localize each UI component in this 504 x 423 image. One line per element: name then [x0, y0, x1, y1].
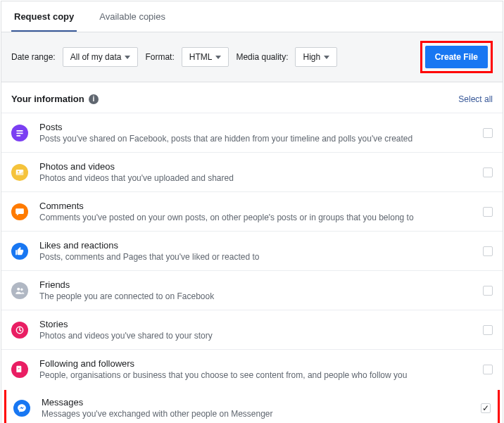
friends-icon — [11, 282, 28, 299]
item-body: Photos and videos Photos and videos that… — [39, 161, 474, 183]
tabs: Request copy Available copies — [1, 1, 503, 32]
media-quality-label: Media quality: — [236, 52, 288, 62]
list-item[interactable]: Messages Messages you've exchanged with … — [4, 390, 500, 423]
item-title: Comments — [39, 201, 474, 211]
item-desc: Posts, comments and Pages that you've li… — [39, 252, 474, 262]
photos-icon — [11, 164, 28, 181]
item-checkbox[interactable] — [483, 325, 493, 335]
media-quality-value: High — [303, 52, 320, 62]
item-body: Likes and reactions Posts, comments and … — [39, 240, 474, 262]
item-checkbox[interactable] — [481, 403, 491, 413]
item-title: Stories — [39, 319, 474, 329]
caret-icon — [125, 56, 130, 59]
svg-rect-2 — [16, 134, 20, 136]
item-desc: Posts you've shared on Facebook, posts t… — [39, 134, 474, 144]
svg-rect-0 — [16, 130, 23, 131]
item-title: Messages — [42, 397, 472, 408]
items-list: Posts Posts you've shared on Facebook, p… — [1, 113, 503, 423]
item-body: Messages Messages you've exchanged with … — [42, 397, 472, 419]
format-label: Format: — [145, 52, 174, 62]
list-item[interactable]: Following and followers People, organisa… — [1, 349, 503, 389]
item-checkbox[interactable] — [483, 286, 493, 296]
section-header: Your information i Select all — [1, 82, 503, 113]
svg-point-6 — [20, 288, 23, 290]
item-checkbox[interactable] — [483, 246, 493, 256]
item-desc: Photos and videos you've shared to your … — [39, 331, 474, 341]
item-body: Posts Posts you've shared on Facebook, p… — [39, 122, 474, 144]
format-value: HTML — [189, 52, 213, 62]
comments-icon — [11, 203, 28, 220]
svg-point-5 — [17, 287, 20, 290]
caret-icon — [324, 56, 329, 59]
format-dropdown[interactable]: HTML — [182, 47, 229, 67]
media-quality-dropdown[interactable]: High — [295, 47, 337, 67]
caret-icon — [215, 56, 221, 59]
item-desc: Comments you've posted on your own posts… — [39, 213, 474, 222]
item-checkbox[interactable] — [483, 168, 493, 177]
item-checkbox[interactable] — [483, 365, 493, 374]
create-file-highlight: Create File — [420, 41, 493, 73]
tab-request-copy[interactable]: Request copy — [11, 1, 77, 32]
following-icon — [11, 361, 28, 378]
list-item[interactable]: Comments Comments you've posted on your … — [1, 191, 503, 231]
list-item[interactable]: Friends The people you are connected to … — [1, 270, 503, 310]
item-title: Likes and reactions — [39, 240, 474, 251]
list-item[interactable]: Stories Photos and videos you've shared … — [1, 310, 503, 349]
item-desc: People, organisations or business that y… — [39, 370, 474, 380]
item-checkbox[interactable] — [483, 128, 493, 138]
select-all-link[interactable]: Select all — [458, 94, 493, 104]
item-checkbox[interactable] — [483, 207, 493, 217]
item-desc: Photos and videos that you've uploaded a… — [39, 173, 474, 183]
list-item[interactable]: Photos and videos Photos and videos that… — [1, 152, 503, 191]
info-icon[interactable]: i — [89, 94, 99, 104]
item-title: Photos and videos — [39, 161, 474, 172]
date-range-label: Date range: — [11, 52, 56, 62]
posts-icon — [11, 125, 28, 141]
create-file-button[interactable]: Create File — [425, 46, 488, 68]
like-icon — [11, 243, 28, 260]
list-item[interactable]: Likes and reactions Posts, comments and … — [1, 231, 503, 270]
item-body: Stories Photos and videos you've shared … — [39, 319, 474, 341]
item-body: Following and followers People, organisa… — [39, 358, 474, 380]
item-title: Friends — [39, 279, 474, 290]
date-range-value: All of my data — [70, 52, 122, 62]
item-body: Friends The people you are connected to … — [39, 279, 474, 301]
item-body: Comments Comments you've posted on your … — [39, 201, 474, 222]
item-desc: Messages you've exchanged with other peo… — [42, 409, 472, 419]
tab-available-copies[interactable]: Available copies — [96, 1, 168, 32]
svg-point-4 — [18, 170, 19, 172]
messenger-icon — [13, 400, 30, 417]
list-item[interactable]: Posts Posts you've shared on Facebook, p… — [1, 113, 503, 152]
date-range-dropdown[interactable]: All of my data — [63, 47, 139, 67]
controls-bar: Date range: All of my data Format: HTML … — [1, 32, 503, 82]
section-title: Your information — [11, 94, 84, 104]
stories-icon — [11, 322, 28, 339]
item-desc: The people you are connected to on Faceb… — [39, 291, 474, 301]
svg-rect-1 — [16, 132, 23, 134]
item-title: Following and followers — [39, 358, 474, 369]
item-title: Posts — [39, 122, 474, 132]
